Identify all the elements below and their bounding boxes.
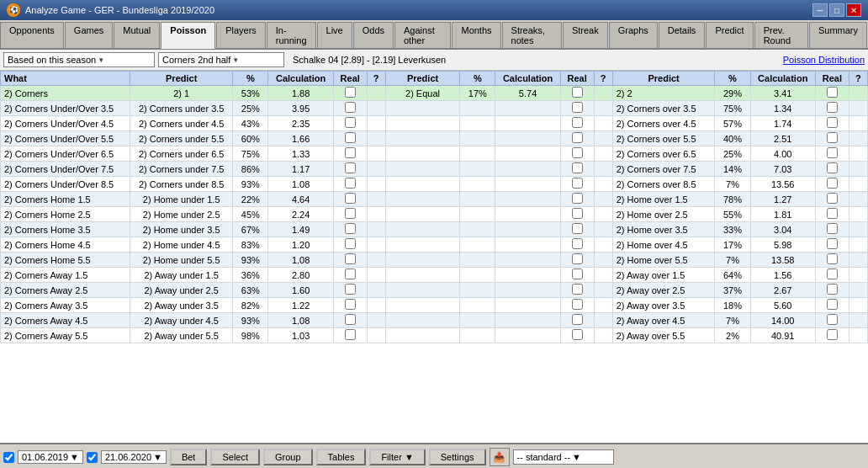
date1-box[interactable]: 01.06.2019 ▼ bbox=[18, 450, 83, 464]
row-checkbox[interactable] bbox=[345, 208, 356, 219]
season-dropdown[interactable]: Based on this season ▼ bbox=[3, 52, 155, 67]
standard-dropdown[interactable]: -- standard -- ▼ bbox=[513, 449, 614, 465]
row-checkbox[interactable] bbox=[572, 314, 583, 325]
row-checkbox[interactable] bbox=[827, 299, 838, 310]
row-checkbox[interactable] bbox=[345, 147, 356, 158]
row-checkbox[interactable] bbox=[827, 87, 838, 98]
date2-box[interactable]: 21.06.2020 ▼ bbox=[101, 450, 167, 464]
row-checkbox[interactable] bbox=[345, 223, 356, 234]
row-checkbox[interactable] bbox=[827, 253, 838, 264]
row-checkbox[interactable] bbox=[827, 162, 838, 173]
tab-months[interactable]: Months bbox=[452, 22, 500, 48]
row-checkbox[interactable] bbox=[345, 162, 356, 173]
tab-details[interactable]: Details bbox=[659, 22, 706, 48]
row-checkbox[interactable] bbox=[345, 253, 356, 264]
tab-predict[interactable]: Predict bbox=[706, 22, 753, 48]
table-cell bbox=[460, 222, 495, 237]
table-row: 2) Corners Under/Over 6.52) Corners unde… bbox=[1, 146, 868, 162]
row-checkbox[interactable] bbox=[572, 193, 583, 204]
row-checkbox[interactable] bbox=[827, 193, 838, 204]
row-checkbox[interactable] bbox=[345, 178, 356, 189]
row-checkbox[interactable] bbox=[345, 238, 356, 249]
row-checkbox[interactable] bbox=[572, 102, 583, 113]
row-checkbox[interactable] bbox=[827, 208, 838, 219]
row-checkbox[interactable] bbox=[345, 193, 356, 204]
poisson-dist-link[interactable]: Poisson Distribution bbox=[783, 55, 865, 65]
tab-poisson[interactable]: Poisson bbox=[161, 22, 215, 49]
table-cell bbox=[815, 268, 849, 283]
close-button[interactable]: ✕ bbox=[846, 3, 861, 17]
tab-odds[interactable]: Odds bbox=[353, 22, 394, 48]
row-checkbox[interactable] bbox=[827, 147, 838, 158]
row-checkbox[interactable] bbox=[827, 102, 838, 113]
table-cell bbox=[460, 283, 495, 298]
row-checkbox[interactable] bbox=[345, 117, 356, 128]
row-checkbox[interactable] bbox=[827, 314, 838, 325]
maximize-button[interactable]: □ bbox=[829, 3, 844, 17]
row-checkbox[interactable] bbox=[572, 329, 583, 340]
row-checkbox[interactable] bbox=[572, 299, 583, 310]
row-checkbox[interactable] bbox=[572, 132, 583, 143]
row-checkbox[interactable] bbox=[572, 269, 583, 279]
export-icon-button[interactable]: 📤 bbox=[490, 448, 510, 466]
row-checkbox[interactable] bbox=[345, 269, 356, 279]
table-cell: 1.60 bbox=[268, 283, 333, 298]
tab-opponents[interactable]: Opponents bbox=[0, 22, 64, 48]
tab-streak[interactable]: Streak bbox=[563, 22, 608, 48]
tab-mutual[interactable]: Mutual bbox=[114, 22, 160, 48]
row-checkbox[interactable] bbox=[572, 178, 583, 189]
table-cell bbox=[495, 177, 560, 192]
row-checkbox[interactable] bbox=[572, 117, 583, 128]
table-cell bbox=[815, 222, 849, 237]
tables-button[interactable]: Tables bbox=[316, 449, 367, 465]
tab-against-other[interactable]: Against other bbox=[394, 22, 451, 48]
filter-button[interactable]: Filter ▼ bbox=[369, 449, 425, 465]
row-checkbox[interactable] bbox=[827, 223, 838, 234]
table-cell bbox=[560, 237, 594, 253]
row-checkbox[interactable] bbox=[345, 87, 356, 98]
bet-button[interactable]: Bet bbox=[170, 449, 208, 465]
row-checkbox[interactable] bbox=[827, 117, 838, 128]
row-checkbox[interactable] bbox=[572, 223, 583, 234]
tab-graphs[interactable]: Graphs bbox=[609, 22, 658, 48]
row-checkbox[interactable] bbox=[572, 208, 583, 219]
row-checkbox[interactable] bbox=[572, 87, 583, 98]
date2-checkbox[interactable] bbox=[87, 452, 98, 463]
row-checkbox[interactable] bbox=[572, 162, 583, 173]
row-checkbox[interactable] bbox=[572, 147, 583, 158]
settings-button[interactable]: Settings bbox=[429, 449, 486, 465]
tab-games[interactable]: Games bbox=[65, 22, 113, 48]
table-cell bbox=[849, 131, 867, 146]
row-checkbox[interactable] bbox=[345, 314, 356, 325]
row-checkbox[interactable] bbox=[827, 329, 838, 340]
row-checkbox[interactable] bbox=[827, 178, 838, 189]
row-checkbox[interactable] bbox=[572, 253, 583, 264]
tab-summary[interactable]: Summary bbox=[809, 22, 867, 48]
row-checkbox[interactable] bbox=[345, 132, 356, 143]
row-checkbox[interactable] bbox=[827, 269, 838, 279]
row-checkbox[interactable] bbox=[827, 238, 838, 249]
group-button[interactable]: Group bbox=[263, 449, 313, 465]
corners-dropdown[interactable]: Corners 2nd half ▼ bbox=[158, 52, 284, 67]
select-button[interactable]: Select bbox=[210, 449, 260, 465]
row-checkbox[interactable] bbox=[345, 299, 356, 310]
row-checkbox[interactable] bbox=[345, 102, 356, 113]
table-cell: 13.58 bbox=[750, 253, 815, 268]
table-cell bbox=[560, 116, 594, 131]
table-cell: 36% bbox=[233, 268, 268, 283]
tab-streaks-notes[interactable]: Streaks, notes bbox=[502, 22, 562, 48]
date1-checkbox[interactable] bbox=[3, 452, 14, 463]
row-checkbox[interactable] bbox=[345, 329, 356, 340]
row-checkbox[interactable] bbox=[572, 284, 583, 295]
row-checkbox[interactable] bbox=[572, 238, 583, 249]
minimize-button[interactable]: ─ bbox=[812, 3, 828, 17]
row-checkbox[interactable] bbox=[345, 284, 356, 295]
table-cell bbox=[367, 328, 385, 343]
tab-prev-round[interactable]: Prev. Round bbox=[754, 22, 808, 48]
tab-inrunning[interactable]: In-running bbox=[267, 22, 316, 48]
table-cell bbox=[385, 101, 460, 116]
tab-players[interactable]: Players bbox=[216, 22, 266, 48]
tab-live[interactable]: Live bbox=[317, 22, 352, 48]
row-checkbox[interactable] bbox=[827, 284, 838, 295]
row-checkbox[interactable] bbox=[827, 132, 838, 143]
